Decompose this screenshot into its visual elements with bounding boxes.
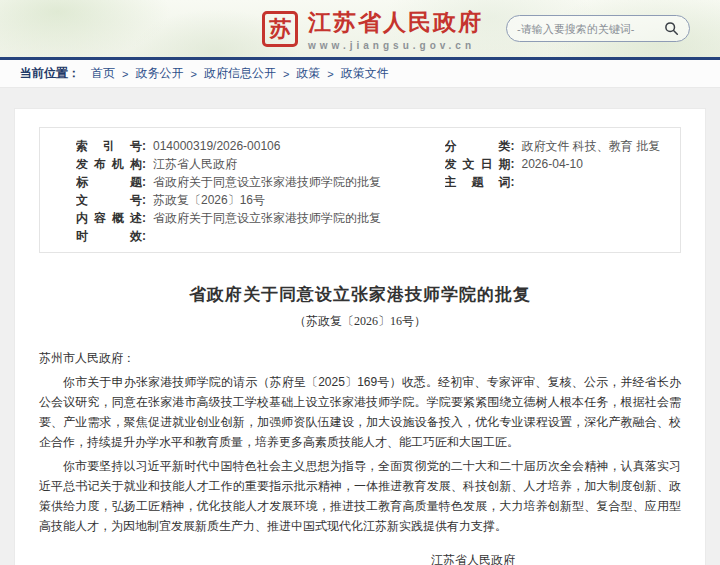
meta-row-summary: 内容概述:省政府关于同意设立张家港技师学院的批复	[76, 209, 421, 227]
meta-table: 索引号:014000319/2026-00106 发布机构:江苏省人民政府 标题…	[39, 127, 681, 253]
document-article: 省政府关于同意设立张家港技师学院的批复 （苏政复〔2026〕16号） 苏州市人民…	[39, 283, 681, 565]
meta-row-doc-no: 文号:苏政复〔2026〕16号	[76, 191, 421, 209]
page-body: 索引号:014000319/2026-00106 发布机构:江苏省人民政府 标题…	[0, 88, 720, 565]
meta-row-issuer: 发布机构:江苏省人民政府	[76, 155, 421, 173]
doc-body: 苏州市人民政府： 你市关于申办张家港技师学院的请示（苏府呈〔2025〕169号）…	[39, 348, 681, 565]
meta-column-left: 索引号:014000319/2026-00106 发布机构:江苏省人民政府 标题…	[76, 137, 421, 245]
site-seal-icon: 苏	[262, 11, 298, 47]
doc-salutation: 苏州市人民政府：	[39, 348, 681, 368]
site-name: 江苏省人民政府	[308, 7, 483, 38]
doc-title: 省政府关于同意设立张家港技师学院的批复	[39, 283, 681, 306]
meta-row-title: 标题:省政府关于同意设立张家港技师学院的批复	[76, 173, 421, 191]
signature-org: 江苏省人民政府	[431, 549, 515, 565]
meta-row-validity: 时效:	[76, 227, 421, 245]
logo-text: 江苏省人民政府 www.jiangsu.gov.cn	[308, 7, 483, 51]
site-url: www.jiangsu.gov.cn	[308, 40, 483, 51]
site-logo[interactable]: 苏 江苏省人民政府 www.jiangsu.gov.cn	[262, 7, 483, 51]
search-icon[interactable]	[664, 21, 679, 36]
search-input[interactable]	[517, 23, 664, 35]
breadcrumb-item-home[interactable]: 首页	[91, 65, 115, 82]
meta-row-category: 分类:政府文件 科技、教育 批复	[445, 137, 670, 155]
document-card: 索引号:014000319/2026-00106 发布机构:江苏省人民政府 标题…	[14, 108, 706, 565]
meta-row-index-no: 索引号:014000319/2026-00106	[76, 137, 421, 155]
doc-paragraph-2: 你市要坚持以习近平新时代中国特色社会主义思想为指导，全面贯彻党的二十大和二十届历…	[39, 456, 681, 536]
breadcrumb-separator: >	[122, 68, 128, 80]
breadcrumb-item-zhengwu[interactable]: 政务公开	[135, 65, 183, 82]
meta-row-issue-date: 发文日期:2026-04-10	[445, 155, 670, 173]
meta-row-keywords: 主题词:	[445, 173, 670, 191]
search-box[interactable]	[506, 15, 690, 42]
doc-number: （苏政复〔2026〕16号）	[39, 313, 681, 330]
breadcrumb-item-zhengce[interactable]: 政策	[296, 65, 320, 82]
breadcrumb-separator: >	[190, 68, 196, 80]
breadcrumb-label: 当前位置：	[20, 65, 80, 82]
breadcrumb-item-xinxi[interactable]: 政府信息公开	[204, 65, 276, 82]
seal-glyph: 苏	[269, 14, 291, 44]
meta-column-right: 分类:政府文件 科技、教育 批复 发文日期:2026-04-10 主题词:	[421, 137, 670, 245]
signature-block: 江苏省人民政府 2026年4月10日	[431, 549, 515, 565]
breadcrumb: 当前位置： 首页 > 政务公开 > 政府信息公开 > 政策 > 政策文件	[0, 60, 720, 88]
breadcrumb-separator: >	[283, 68, 289, 80]
doc-signature: 江苏省人民政府 2026年4月10日	[39, 549, 681, 565]
site-header: 苏 江苏省人民政府 www.jiangsu.gov.cn	[0, 0, 720, 57]
breadcrumb-item-wenjian[interactable]: 政策文件	[341, 65, 389, 82]
breadcrumb-separator: >	[327, 68, 333, 80]
doc-paragraph-1: 你市关于申办张家港技师学院的请示（苏府呈〔2025〕169号）收悉。经初审、专家…	[39, 372, 681, 452]
